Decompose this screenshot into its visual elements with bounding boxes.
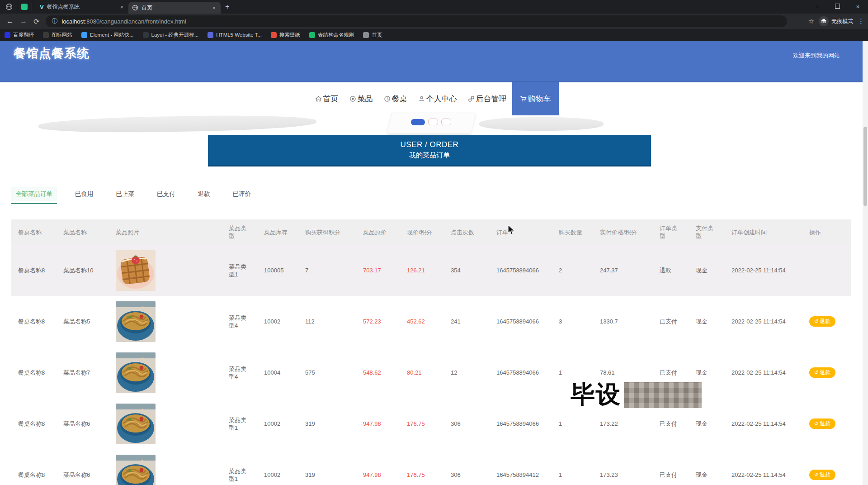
bookmark-item[interactable]: 百度翻译 (5, 32, 34, 38)
maximize-button[interactable] (827, 0, 848, 14)
nav-item-label: 个人中心 (426, 94, 457, 104)
bookmark-item[interactable]: HTML5 Website T... (208, 32, 262, 38)
bookmark-favicon (143, 32, 149, 38)
carousel-dot[interactable] (428, 119, 438, 125)
cell-created: 2022-02-25 11:14:54 (731, 420, 809, 427)
nav-item-餐桌[interactable]: 餐桌 (378, 82, 413, 115)
bookmark-favicon (81, 32, 87, 38)
refund-button[interactable]: ↺退款 (809, 367, 835, 378)
carousel-dot-active[interactable] (411, 119, 425, 125)
close-button[interactable]: × (848, 0, 868, 14)
scrollbar-thumb[interactable] (863, 127, 867, 206)
header-cell: 现价/积分 (407, 228, 451, 236)
refund-button[interactable]: ↺退款 (809, 470, 835, 480)
cell-dish-name: 菜品名称6 (63, 420, 116, 428)
dish-photo (116, 301, 156, 342)
table-body: 餐桌名称8 菜品名称10 菜品类型1 100005 7 703.17 126.2… (11, 245, 851, 485)
order-banner-title: USER / ORDER (208, 140, 651, 149)
filter-tab[interactable]: 全部菜品订单 (11, 187, 57, 201)
table-row: 餐桌名称8 菜品名称5 菜品类型4 10002 112 572.23 452.6… (11, 296, 851, 347)
cell-dish-name: 菜品名称10 (63, 266, 116, 275)
cell-qty: 2 (559, 267, 600, 274)
browser-chrome: V 餐馆点餐系统 × 首页 × + – × ← → ⟳ ⓘ localhost:… (0, 0, 868, 41)
bookmark-star-icon[interactable]: ☆ (808, 17, 814, 25)
carousel-dot[interactable] (441, 119, 451, 125)
cell-price-now: 176.75 (407, 471, 451, 478)
cell-table-name: 餐桌名称8 (18, 318, 63, 326)
new-tab-button[interactable]: + (225, 3, 229, 11)
nav-item-购物车[interactable]: 购物车 (512, 82, 559, 115)
cell-stock: 100005 (264, 267, 305, 274)
nav-item-后台管理[interactable]: 后台管理 (462, 82, 512, 115)
nav-item-菜品[interactable]: 菜品 (344, 82, 378, 115)
bookmark-item[interactable]: Element - 网站快... (81, 32, 134, 38)
cell-paid: 173.23 (600, 471, 660, 478)
cell-dish-type: 菜品类型1 (229, 263, 264, 278)
cell-pay-type: 现金 (696, 471, 731, 479)
browser-menu-icon[interactable]: ⋮ (858, 17, 864, 25)
browser-tab-2[interactable]: 首页 × (128, 2, 221, 14)
reload-icon[interactable]: ⟳ (33, 17, 39, 26)
cell-qty: 1 (559, 420, 600, 427)
header-cell: 购买获得积分 (305, 228, 363, 236)
back-icon[interactable]: ← (6, 17, 14, 25)
browser-tab-1[interactable]: V 餐馆点餐系统 × (36, 0, 128, 14)
cell-order-type: 已支付 (660, 471, 696, 479)
nav-item-首页[interactable]: 首页 (310, 82, 344, 115)
browser-logo-icon (5, 3, 13, 10)
bookmark-label: HTML5 Website T... (216, 32, 262, 38)
bookmark-label: Layui - 经典开源模... (151, 32, 199, 38)
cell-order-type: 已支付 (660, 420, 696, 428)
header-cell: 菜品原价 (363, 228, 407, 236)
cell-order-no: 1645758894412 (496, 471, 559, 478)
bookmark-item[interactable]: 首页 (363, 32, 382, 38)
bookmark-label: 首页 (372, 32, 382, 38)
dish-photo (116, 455, 156, 485)
bookmark-item[interactable]: 搜索壁纸 (271, 32, 300, 38)
bookmark-item[interactable]: 图标网站 (43, 32, 72, 38)
cell-price-now: 126.21 (407, 267, 451, 274)
nav-item-个人中心[interactable]: 个人中心 (413, 82, 462, 115)
dish-photo (116, 404, 156, 444)
refund-button[interactable]: ↺退款 (809, 316, 835, 327)
header-cell: 点击次数 (451, 228, 496, 236)
filter-tab[interactable]: 已支付 (152, 187, 180, 201)
cell-qty: 1 (559, 369, 600, 376)
minimize-button[interactable]: – (807, 0, 827, 14)
globe-favicon (132, 5, 138, 11)
cell-points: 112 (305, 318, 363, 325)
filter-tab[interactable]: 退款 (193, 187, 215, 201)
incognito-label: 无痕模式 (831, 18, 853, 25)
close-tab-icon[interactable]: × (118, 4, 125, 10)
video-watermark: 毕设 (571, 378, 702, 411)
filter-tab[interactable]: 已食用 (71, 187, 98, 201)
cell-price-orig: 703.17 (363, 267, 407, 274)
web-page: 餐馆点餐系统 欢迎来到我的网站 首页 菜品 餐桌 个人中心 后台管理 购物车 U… (0, 41, 868, 485)
page-scrollbar[interactable] (863, 41, 868, 485)
cell-points: 7 (305, 267, 363, 274)
filter-tab[interactable]: 已上菜 (112, 187, 139, 201)
tab-group-indicator[interactable] (21, 4, 28, 10)
cell-table-name: 餐桌名称8 (18, 369, 63, 377)
header-cell: 支付类型 (696, 224, 731, 240)
vue-favicon: V (40, 4, 44, 10)
header-cell: 实付价格/积分 (600, 228, 660, 236)
dish-photo (116, 250, 156, 291)
cell-qty: 1 (559, 471, 600, 478)
cell-table-name: 餐桌名称8 (18, 266, 63, 275)
bookmark-item[interactable]: 表结构命名规则 (309, 32, 354, 38)
forward-icon[interactable]: → (20, 17, 27, 25)
header-cell: 菜品库存 (264, 228, 305, 236)
cell-dish-type: 菜品类型4 (229, 314, 264, 329)
cell-pay-type: 现金 (696, 318, 731, 325)
address-bar: ← → ⟳ ⓘ localhost:8080/canguandiancan/fr… (0, 14, 868, 29)
bookmark-item[interactable]: Layui - 经典开源模... (143, 32, 199, 38)
site-info-icon[interactable]: ⓘ (52, 17, 57, 25)
url-host: localhost (61, 18, 85, 25)
close-tab-icon[interactable]: × (211, 5, 217, 11)
url-field[interactable]: ⓘ localhost:8080/canguandiancan/front/in… (46, 15, 787, 27)
filter-tab[interactable]: 已评价 (228, 187, 256, 201)
cell-points: 319 (305, 420, 363, 427)
cell-order-no: 1645758894066 (496, 420, 559, 427)
refund-button[interactable]: ↺退款 (809, 418, 835, 429)
